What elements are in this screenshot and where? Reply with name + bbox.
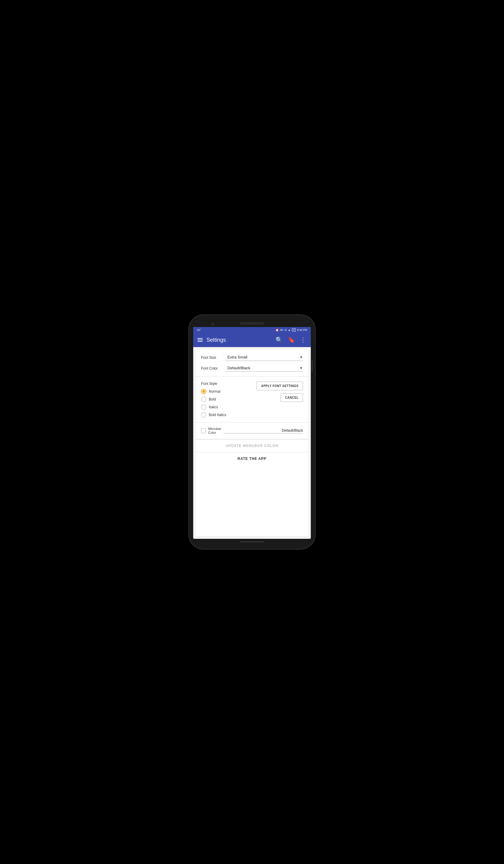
temperature-display: 15° [197,328,201,332]
speaker-grille [240,322,264,325]
alarm-icon: ⏰ [275,328,279,332]
app-bar: Settings 🔍 🔖 ⋮ [193,333,311,347]
menubar-color-section: MenubarColor Default/Black [195,423,309,439]
status-icons: ⏰ 4G G ▲ 81 8:45 PM [275,328,307,332]
font-size-row: Font Size Extra Small ▼ [201,354,303,361]
menubar-color-value: Default/Black [224,429,303,433]
font-size-dropdown[interactable]: Extra Small ▼ [225,354,303,361]
time-display: 8:45 PM [297,328,307,332]
menubar-label: MenubarColor [208,427,221,435]
menubar-checkbox[interactable] [201,429,206,433]
chevron-down-icon-2: ▼ [299,366,303,370]
more-options-icon[interactable]: ⋮ [299,336,307,344]
app-bar-title: Settings [206,337,271,343]
carrier-icon: G [285,328,287,332]
phone-frame: 15° ⏰ 4G G ▲ 81 8:45 PM Settings 🔍 🔖 ⋮ [189,315,315,549]
bottom-spacer [195,465,309,483]
radio-bold-italics-label: Bold Italics [209,413,226,417]
font-style-section: Font Style Normal Bold Italics [195,377,309,423]
apply-font-settings-button[interactable]: APPLY FONT SETTINGS [256,382,303,390]
font-size-label: Font Size [201,356,225,360]
settings-content: Font Size Extra Small ▼ Font Color Defau… [195,349,309,536]
battery-icon: 81 [292,328,296,332]
font-color-dropdown[interactable]: Default/Black ▼ [225,365,303,372]
action-buttons-section: UPDATE MENUBAR COLOR RATE THE APP [195,439,309,465]
power-button [312,360,313,372]
phone-top-bar [193,320,311,327]
font-style-left: Font Style Normal Bold Italics [201,382,253,418]
radio-italics[interactable]: Italics [201,405,253,410]
chevron-down-icon: ▼ [299,355,303,359]
signal-icon: ▲ [288,328,291,332]
menubar-row: MenubarColor Default/Black [201,427,303,435]
radio-normal-circle[interactable] [201,389,206,394]
hamburger-menu-icon[interactable] [197,338,203,342]
search-icon[interactable]: 🔍 [275,336,284,344]
radio-italics-label: Italics [209,405,218,409]
radio-bold[interactable]: Bold [201,397,253,402]
radio-bold-label: Bold [209,397,216,401]
phone-screen: 15° ⏰ 4G G ▲ 81 8:45 PM Settings 🔍 🔖 ⋮ [193,327,311,539]
font-style-title: Font Style [201,382,253,386]
rate-the-app-button[interactable]: RATE THE APP [195,452,309,465]
font-color-value: Default/Black [227,366,251,370]
network-indicator: 4G [280,328,284,332]
cancel-button[interactable]: CANCEL [280,393,303,402]
radio-normal-label: Normal [209,389,220,394]
home-bar [240,541,264,542]
font-style-right: APPLY FONT SETTINGS CANCEL [256,382,303,418]
front-camera [211,323,214,326]
status-bar: 15° ⏰ 4G G ▲ 81 8:45 PM [193,327,311,333]
font-color-row: Font Color Default/Black ▼ [201,365,303,372]
radio-italics-circle[interactable] [201,405,206,410]
radio-bold-italics-circle[interactable] [201,412,206,418]
font-size-section: Font Size Extra Small ▼ Font Color Defau… [195,349,309,377]
phone-bottom [193,539,311,544]
bookmark-icon[interactable]: 🔖 [287,336,296,344]
radio-bold-circle[interactable] [201,397,206,402]
update-menubar-color-button[interactable]: UPDATE MENUBAR COLOR [195,439,309,452]
font-style-radio-group: Normal Bold Italics Bold Italics [201,389,253,418]
font-color-label: Font Color [201,366,225,371]
radio-bold-italics[interactable]: Bold Italics [201,412,253,418]
radio-normal[interactable]: Normal [201,389,253,394]
font-size-value: Extra Small [227,355,247,359]
